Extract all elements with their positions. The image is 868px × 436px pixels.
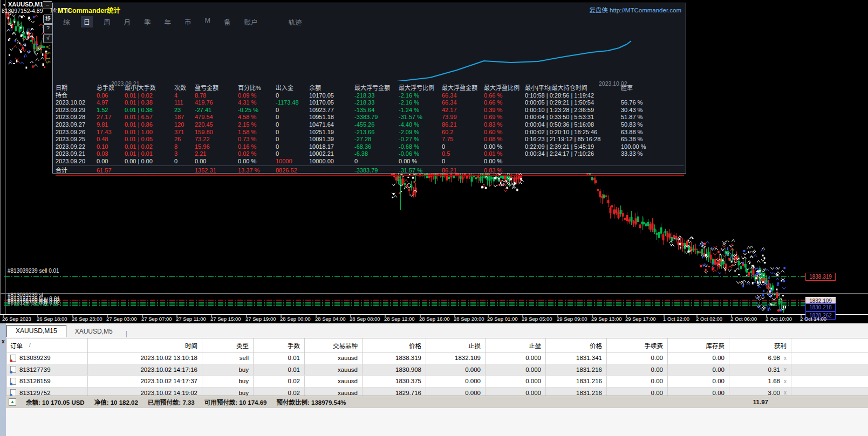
order-type-dot (10, 371, 12, 373)
order-row[interactable]: 8131281592023.10.02 14:17:37buy0.02xauus… (7, 376, 868, 387)
stats-cell: 17.43 (97, 129, 125, 136)
stats-cell: 187 (174, 114, 195, 121)
server-clock: 14:17:11 (50, 7, 71, 13)
stats-cell: 23 (174, 107, 195, 114)
stats-cell: 0.83 % (484, 121, 525, 129)
order-cell: buy (202, 364, 254, 376)
stats-cell: 0.69 % (484, 114, 525, 121)
symbol-title: XAUUSD,M15 (8, 1, 46, 8)
price-tag: 1830.218 (805, 303, 836, 312)
ea-button-0[interactable]: 移 (43, 15, 53, 24)
close-order-icon[interactable]: x (784, 366, 787, 372)
ea-button-1[interactable]: ? (43, 24, 53, 33)
order-cell: xauusd (305, 352, 363, 364)
status-item: 预付款比例: 138979.54% (276, 398, 346, 406)
stats-cell: 0 (174, 158, 195, 165)
stats-row: 2023.09.250.480.01 | 0.052673.220.73 %01… (56, 136, 684, 143)
stats-cell: 2023.09.29 (56, 107, 97, 114)
stats-cell: 73.99 (442, 114, 484, 121)
stats-cell (525, 167, 621, 175)
stats-header-cell: 盈亏金额 (195, 85, 238, 92)
stats-cell: 8 (174, 143, 195, 151)
terminal-panel: XAUUSD,M15XAUUSD,M5| 订单/时间类型手数交易品种价格止损止盈… (0, 323, 868, 436)
order-cell: xauusd (305, 364, 363, 376)
candle-segment (725, 246, 768, 288)
stats-header-cell: 出入金 (276, 85, 309, 92)
stats-cell: 0.09 % (238, 92, 276, 100)
candle-segment (6, 8, 47, 61)
stats-cell: 2023.10.02 (56, 99, 97, 107)
stats-cell: 1352.31 (195, 167, 238, 175)
status-item: 余额: 10 170.05 USD (26, 398, 85, 406)
close-order-icon[interactable]: x (784, 390, 787, 396)
order-cell: xauusd (305, 376, 363, 387)
time-axis-label: 29 Sep 17:00 (625, 316, 656, 322)
equity-curve-chart (56, 24, 684, 81)
stats-cell: 56.76 % (621, 99, 655, 107)
terminal-tab-bar: XAUUSD,M15XAUUSD,M5| (6, 325, 127, 337)
order-cell: 0.000 (426, 376, 486, 387)
stats-cell: 0.03 (97, 150, 125, 158)
order-cell: 1832.109 (426, 352, 486, 364)
orders-header-9: 手续费 (607, 338, 668, 352)
terminal-close-button[interactable]: x (2, 338, 5, 344)
orders-header-8: 价格 (546, 338, 607, 352)
close-order-icon[interactable]: x (784, 355, 787, 361)
order-ticket-text: 813097152-4.89 (2, 8, 43, 14)
time-axis-label: 28 Sep 20:00 (454, 316, 484, 322)
order-cell: 813039239 (7, 352, 88, 364)
ea-button-2[interactable]: √ (43, 34, 53, 43)
stats-header-cell: 次数 (174, 85, 195, 92)
order-cell: 0.00 (668, 364, 729, 376)
time-axis-label: 29 Sep 05:00 (522, 316, 552, 322)
stats-cell: -31.57 % (399, 167, 442, 175)
time-axis-label: 29 Sep 13:00 (591, 316, 622, 322)
orders-header-10: 库存费 (668, 338, 729, 352)
chart-window-title: ▼XAUUSD,M15 (2, 1, 46, 8)
stats-cell: -31.57 % (399, 114, 442, 121)
stats-cell: 0:00:05 | 0:29:21 | 1:50:54 (525, 99, 621, 107)
stats-cell: -2.16 % (399, 99, 442, 107)
time-axis-label: 27 Sep 11:00 (176, 316, 206, 322)
stats-cell: 0:10:58 | 0:28:56 | 1:19:42 (525, 92, 621, 100)
panel-brand-link[interactable]: 复盘侠 http://MTCommander.com (589, 5, 681, 14)
order-cell: buy (202, 376, 254, 387)
stats-row: 2023.09.291.520.01 | 0.3823-27.41-0.25 %… (56, 107, 684, 114)
order-row-filler (791, 352, 868, 364)
stats-row: 2023.09.210.030.01 | 0.0132.210.02 %0100… (56, 150, 684, 158)
orders-header-0[interactable]: 订单/ (7, 338, 88, 352)
stats-cell: -1173.48 (276, 99, 309, 107)
stats-cell: -2.16 % (399, 92, 442, 100)
status-item: 已用预付款: 7.33 (148, 398, 195, 406)
stats-header-cell: 百分比% (238, 85, 276, 92)
stats-total-row: 合计61.571352.3113.37 %8826.52-3383.79-31.… (56, 165, 684, 176)
stats-row: 2023.09.279.810.01 | 0.86120220.452.15 %… (56, 121, 684, 129)
price-chart[interactable]: #813039239 sell 0.01#813039239 sl#813127… (0, 0, 868, 323)
orders-table: 订单/时间类型手数交易品种价格止损止盈价格手续费库存费获利81303923920… (6, 338, 868, 399)
stats-cell: 0.39 % (484, 107, 525, 114)
stats-cell: -135.64 (354, 107, 399, 114)
terminal-tab-XAUUSD-M15[interactable]: XAUUSD,M15 (6, 325, 66, 337)
stats-cell: 0.01 | 0.38 (125, 99, 174, 107)
sort-indicator: / (29, 342, 31, 348)
order-row[interactable]: 8131277392023.10.02 14:17:16buy0.01xauus… (7, 364, 868, 376)
stats-cell: 0.00 % (399, 158, 442, 165)
time-axis-label: 29 Sep 01:00 (487, 316, 518, 322)
time-axis-label: 26 Sep 23:00 (72, 316, 102, 322)
stats-row: 2023.09.220.100.01 | 0.02815.960.16 %010… (56, 143, 684, 151)
stats-cell: 73.22 (195, 136, 238, 143)
stats-cell: -3383.79 (354, 114, 399, 121)
stats-cell: 10923.77 (309, 107, 354, 114)
stats-cell: -3383.79 (354, 167, 399, 175)
terminal-tab-XAUUSD-M5[interactable]: XAUUSD,M5 (66, 326, 121, 337)
stats-cell: 63.88 % (621, 129, 655, 136)
symbol-dropdown-icon[interactable]: ▼ (2, 3, 6, 8)
order-row[interactable]: 8130392392023.10.02 13:10:18sell0.01xauu… (7, 352, 868, 364)
order-cell: 1831.341 (546, 352, 607, 364)
stats-cell: 86.21 (442, 121, 484, 129)
order-row-filler (791, 364, 868, 376)
stats-cell: 10002.21 (309, 150, 354, 158)
order-row-filler (791, 376, 868, 387)
close-order-icon[interactable]: x (784, 378, 787, 384)
stats-cell: 2023.09.28 (56, 114, 97, 121)
